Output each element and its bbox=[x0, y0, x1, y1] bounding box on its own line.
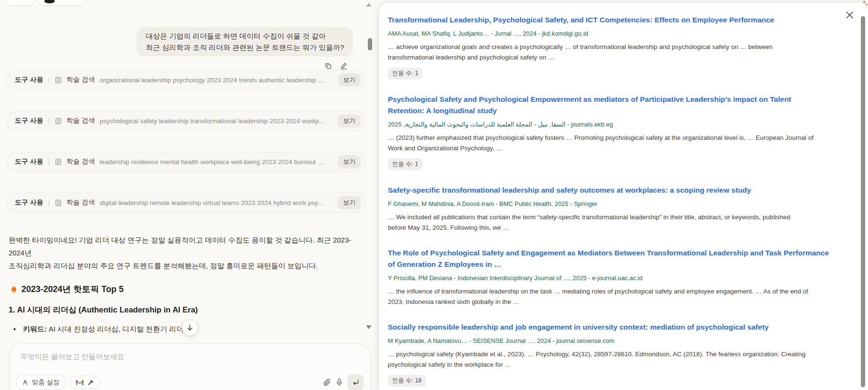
divider: | bbox=[48, 117, 50, 125]
chat-pane: 대상은 기업의 리더들로 하면 데이터 수집이 쉬울 것 같아 최근 심리학과 … bbox=[0, 0, 379, 390]
document-icon bbox=[55, 199, 62, 206]
search-query: digital leadership remote leadership vir… bbox=[99, 199, 333, 206]
personalize-label: 맞춤 설정 bbox=[32, 378, 59, 387]
scroll-to-bottom-button[interactable] bbox=[182, 320, 198, 336]
hot-topics-heading: 2023-2024년 핫토픽 Top 5 bbox=[9, 283, 365, 295]
copy-icon[interactable] bbox=[324, 62, 332, 70]
search-query: organizational leadership psychology 202… bbox=[99, 77, 333, 84]
scroll-down-icon[interactable] bbox=[366, 325, 372, 329]
divider: | bbox=[48, 199, 50, 206]
tool-name: 학술 검색 bbox=[67, 157, 95, 166]
close-icon[interactable] bbox=[842, 8, 857, 22]
view-button[interactable]: 보기 bbox=[338, 155, 361, 168]
top-model-pill[interactable] bbox=[38, 0, 86, 6]
tool-use-row[interactable]: 도구 사용 | 학술 검색 psychological safety leade… bbox=[7, 111, 365, 131]
person-icon bbox=[22, 379, 29, 386]
result-snippet: … the influence of transformational lead… bbox=[388, 286, 841, 307]
tool-use-label: 도구 사용 bbox=[15, 157, 43, 166]
view-button[interactable]: 보기 bbox=[338, 114, 361, 127]
flame-icon bbox=[9, 284, 18, 294]
result-snippet: … We included all publications that cont… bbox=[388, 212, 841, 233]
result-authors: AMA Ausat, MA Shafiq, L Judijanto… - Jur… bbox=[388, 29, 841, 39]
composer-placeholder[interactable]: 무엇이든 물어보고 만들어보세요 bbox=[10, 344, 370, 361]
tool-name: 학술 검색 bbox=[67, 76, 95, 84]
document-icon bbox=[55, 158, 62, 166]
result-snippet: … achieve organizational goals and creat… bbox=[388, 42, 841, 63]
message-composer[interactable]: 무엇이든 물어보고 만들어보세요 맞춤 설정 bbox=[10, 343, 371, 390]
tool-name: 학술 검색 bbox=[67, 198, 95, 207]
edit-pencil-icon[interactable] bbox=[340, 62, 348, 70]
logo-glyph bbox=[44, 0, 55, 3]
result-snippet: … psychological safety (Kyambade et al.,… bbox=[388, 349, 841, 370]
result-title-link[interactable]: The Role of Psychological Safety and Eng… bbox=[388, 247, 841, 270]
tool-use-label: 도구 사용 bbox=[15, 198, 43, 207]
result-authors: F Ghasemi, M Mahdinia, A Doosti-Irani - … bbox=[388, 199, 841, 209]
scroll-up-icon[interactable] bbox=[366, 3, 372, 7]
search-query: psychological safety leadership transfor… bbox=[99, 117, 333, 125]
result-authors: Y Priscilla, PM Desiana - Indonesian Int… bbox=[388, 273, 841, 283]
result-title-link[interactable]: Transformational Leadership, Psychologic… bbox=[388, 14, 841, 26]
result-authors: السقا, نبيل - المجلة العلمية للدراسات وا… bbox=[388, 120, 841, 129]
citation-count-badge: 인용 수: 1 bbox=[388, 68, 423, 79]
result-authors: M Kyambade, A Namatovu… - SEISENSE Journ… bbox=[388, 336, 841, 346]
view-button[interactable]: 보기 bbox=[338, 196, 361, 209]
chat-scroll-area: 대상은 기업의 리더들로 하면 데이터 수집이 쉬울 것 같아 최근 심리학과 … bbox=[0, 0, 379, 337]
tool-use-label: 도구 사용 bbox=[15, 117, 43, 125]
attach-paperclip-icon[interactable] bbox=[323, 378, 331, 387]
hot-topics-title: 2023-2024년 핫토픽 Top 5 bbox=[21, 283, 124, 295]
gmail-icon bbox=[76, 380, 84, 386]
result-item: The Role of Psychological Safety and Eng… bbox=[388, 247, 841, 307]
citation-count-badge: 인용 수: 18 bbox=[388, 375, 426, 387]
results-list: Transformational Leadership, Psychologic… bbox=[388, 14, 841, 390]
result-item: Transformational Leadership, Psychologic… bbox=[388, 14, 841, 79]
citation-count-badge: 인용 수: 1 bbox=[388, 158, 423, 170]
down-arrow-icon bbox=[186, 324, 194, 332]
result-item: Safety-specific transformational leaders… bbox=[388, 185, 841, 233]
document-icon bbox=[55, 117, 62, 125]
section-title: 1. AI 시대의 리더십 (Authentic Leadership in A… bbox=[9, 305, 365, 315]
wrench-icon bbox=[87, 379, 94, 386]
send-enter-button[interactable] bbox=[347, 374, 364, 390]
result-item: Psychological Safety and Psychological E… bbox=[388, 94, 841, 170]
result-item: Socially responsible leadership and job … bbox=[388, 322, 841, 387]
user-message-bubble: 대상은 기업의 리더들로 하면 데이터 수집이 쉬울 것 같아 최근 심리학과 … bbox=[137, 27, 353, 57]
document-icon bbox=[55, 77, 62, 84]
result-title-link[interactable]: Socially responsible leadership and job … bbox=[388, 322, 841, 333]
tool-use-row[interactable]: 도구 사용 | 학술 검색 leadership resilience ment… bbox=[7, 152, 365, 172]
bullet-item: 연구 갭: AI 기술 도입 과정에서 리더의 역할과 진정성 유지 방안 bbox=[13, 336, 365, 337]
view-button[interactable]: 보기 bbox=[338, 73, 361, 87]
enter-icon bbox=[352, 379, 360, 387]
tool-name: 학술 검색 bbox=[67, 117, 95, 125]
chat-scrollbar-thumb[interactable] bbox=[368, 38, 372, 50]
tool-use-row[interactable]: 도구 사용 | 학술 검색 digital leadership remote … bbox=[7, 193, 365, 213]
personalize-button[interactable]: 맞춤 설정 bbox=[16, 375, 66, 390]
divider: | bbox=[48, 76, 50, 84]
result-title-link[interactable]: Safety-specific transformational leaders… bbox=[388, 185, 841, 196]
divider: | bbox=[48, 158, 50, 166]
tool-use-row[interactable]: 도구 사용 | 학술 검색 organizational leadership … bbox=[7, 70, 365, 90]
connected-apps-button[interactable] bbox=[69, 376, 100, 389]
search-query: leadership resilience mental health work… bbox=[99, 158, 333, 166]
top-toolbar-pill[interactable] bbox=[5, 0, 36, 6]
panel-scrollbar-thumb[interactable] bbox=[861, 16, 865, 387]
microphone-icon[interactable] bbox=[335, 378, 344, 387]
result-title-link[interactable]: Psychological Safety and Psychological E… bbox=[388, 94, 841, 117]
assistant-paragraph: 완벽한 타이밍이네요! 기업 리더 대상 연구는 정말 실용적이고 데이터 수집… bbox=[9, 234, 365, 272]
scholar-results-panel: Transformational Leadership, Psychologic… bbox=[379, 3, 868, 390]
tool-use-label: 도구 사용 bbox=[15, 76, 43, 84]
result-snippet: … (2023) further emphasized that psychol… bbox=[388, 133, 841, 154]
